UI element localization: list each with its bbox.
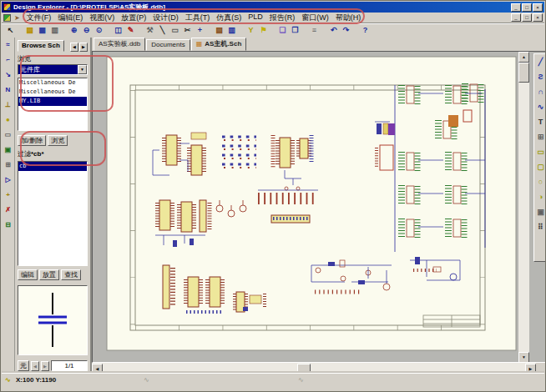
app-icon bbox=[3, 3, 11, 11]
menu-design[interactable]: 设计(D) bbox=[149, 13, 182, 23]
panel-tab-bar: Browse Sch ◀ ▶ bbox=[18, 38, 88, 52]
directive-icon[interactable]: + bbox=[3, 190, 13, 201]
tab-documents[interactable]: Documents bbox=[146, 39, 190, 51]
menu-pld[interactable]: PLD bbox=[245, 13, 266, 23]
document-1-icon[interactable]: ❏ bbox=[276, 25, 289, 37]
component-list: cb bbox=[18, 161, 88, 266]
panel-scroll-left-button[interactable]: ◀ bbox=[70, 43, 78, 52]
renumber-icon[interactable]: ≡ bbox=[308, 25, 321, 37]
unit-button[interactable]: 元 bbox=[18, 360, 29, 371]
draw-text-icon[interactable]: T bbox=[535, 117, 546, 128]
draw-arc-icon[interactable]: ∩ bbox=[535, 87, 546, 98]
wrench-icon[interactable]: ⚒ bbox=[144, 25, 156, 37]
prev-page-button[interactable]: ◀ bbox=[31, 361, 39, 371]
scroll-down-button[interactable]: ▼ bbox=[518, 352, 529, 363]
draw-line-icon[interactable]: ╱ bbox=[535, 57, 546, 68]
next-page-button[interactable]: ▶ bbox=[41, 361, 49, 371]
sheet-entry-icon[interactable]: ⊞ bbox=[3, 160, 13, 171]
undo-icon[interactable]: ↶ bbox=[327, 25, 340, 37]
component-item[interactable]: cb bbox=[18, 162, 87, 171]
tab-as-zhuji-sch[interactable]: ▦AS主机.Sch bbox=[191, 38, 247, 51]
annotate-icon[interactable]: ✎ bbox=[124, 25, 137, 37]
menu-place[interactable]: 放置(P) bbox=[118, 13, 149, 23]
menu-reports[interactable]: 报告(R) bbox=[266, 13, 299, 23]
save-icon[interactable]: ▦ bbox=[36, 25, 48, 37]
dropdown-arrow-icon[interactable]: ▼ bbox=[78, 65, 87, 74]
menu-file[interactable]: 文件(F) bbox=[23, 13, 55, 23]
draw-roundrect-icon[interactable]: ▢ bbox=[535, 162, 546, 173]
doc-minimize-button[interactable]: _ bbox=[511, 13, 521, 22]
browse-mode-dropdown[interactable]: 元件库 ▼ bbox=[18, 64, 88, 75]
library-item[interactable]: Miscellaneous De bbox=[18, 88, 87, 97]
cut-icon[interactable]: ✂ bbox=[181, 25, 194, 37]
panel-scroll-right-button[interactable]: ▶ bbox=[79, 43, 88, 52]
edit-button[interactable]: 编辑 bbox=[18, 269, 38, 280]
library-item[interactable]: MY.LIB bbox=[18, 97, 87, 106]
menu-view[interactable]: 视图(V) bbox=[86, 13, 118, 23]
add-remove-button[interactable]: 加/删除 bbox=[18, 135, 46, 146]
menu-tools[interactable]: 工具(T) bbox=[182, 13, 214, 23]
sheet-symbol-icon[interactable]: ▣ bbox=[3, 145, 13, 156]
port-tool-icon[interactable]: ▷ bbox=[3, 175, 13, 186]
redo-icon[interactable]: ↷ bbox=[340, 25, 352, 37]
tab-as-shiyanban-ddb[interactable]: AS实验板.ddb bbox=[94, 38, 145, 51]
power-port-icon[interactable]: ⊥ bbox=[3, 100, 13, 111]
wire-icon[interactable]: ≈ bbox=[3, 40, 13, 51]
browse-parts-icon[interactable]: ◫ bbox=[112, 25, 124, 37]
filter-value[interactable]: *cb* bbox=[31, 150, 44, 158]
library-2-icon[interactable]: ▥ bbox=[225, 25, 238, 37]
draw-textframe-icon[interactable]: ⊞ bbox=[535, 132, 546, 143]
part-icon[interactable]: ▭ bbox=[3, 130, 13, 141]
vertical-scroll-thumb[interactable] bbox=[518, 63, 529, 83]
app-restore-button[interactable]: □ bbox=[522, 3, 532, 12]
draw-bezier-icon[interactable]: ∿ bbox=[535, 102, 546, 113]
library-1-icon[interactable]: ▤ bbox=[213, 25, 225, 37]
menu-simulate[interactable]: 仿真(S) bbox=[213, 13, 245, 23]
zoom-in-icon[interactable]: ⊕ bbox=[68, 25, 80, 37]
menu-window[interactable]: 窗口(W) bbox=[298, 13, 332, 23]
menu-edit[interactable]: 编辑(E) bbox=[54, 13, 86, 23]
end-tool-icon[interactable]: ⊟ bbox=[3, 220, 13, 231]
open-icon[interactable]: ▤ bbox=[23, 25, 36, 37]
app-close-button[interactable]: × bbox=[533, 3, 543, 12]
main-toolbar: ↖▤▦▥⊕⊖⊙◫✎⚒╲▭✂+▤▥Y⚑❏❐≡↶↷? bbox=[2, 23, 544, 38]
schematic-canvas[interactable]: ▲ ▼ ╱Ƨ∩∿T⊞▭▢○◑▣⠿ bbox=[92, 51, 546, 363]
app-minimize-button[interactable]: _ bbox=[511, 3, 521, 12]
doc-close-button[interactable]: × bbox=[533, 13, 543, 22]
bus-icon[interactable]: ⌐ bbox=[3, 55, 13, 66]
zoom-document-icon[interactable]: ⊙ bbox=[93, 25, 105, 37]
vertical-scrollbar[interactable]: ▲ ▼ bbox=[518, 52, 529, 363]
net-label-icon[interactable]: N bbox=[3, 85, 13, 96]
flag-icon[interactable]: ⚑ bbox=[257, 25, 270, 37]
no-erc-icon[interactable]: ✗ bbox=[3, 205, 13, 216]
crosshair-icon[interactable]: + bbox=[194, 25, 206, 37]
print-icon[interactable]: ▥ bbox=[48, 25, 61, 37]
help-icon[interactable]: ? bbox=[359, 25, 372, 37]
draw-picture-icon[interactable]: ▣ bbox=[535, 207, 546, 219]
draw-polyline-icon[interactable]: Ƨ bbox=[535, 72, 546, 83]
tab-browse-sch[interactable]: Browse Sch bbox=[18, 40, 64, 52]
menu-help[interactable]: 帮助(H) bbox=[332, 13, 365, 23]
rect-tool-icon[interactable]: ▭ bbox=[169, 25, 181, 37]
schematic-sheet[interactable] bbox=[93, 52, 546, 363]
junction-icon[interactable]: ● bbox=[3, 115, 13, 126]
place-button[interactable]: 放置 bbox=[39, 269, 59, 280]
document-2-icon[interactable]: ❐ bbox=[289, 25, 301, 37]
find-button[interactable]: 查找 bbox=[61, 269, 81, 280]
document-area: AS实验板.ddbDocuments▦AS主机.Sch bbox=[92, 38, 544, 374]
zoom-out-icon[interactable]: ⊖ bbox=[80, 25, 93, 37]
draw-rect-icon[interactable]: ▭ bbox=[535, 147, 546, 158]
browse-panel: Browse Sch ◀ ▶ 浏览 元件库 ▼ Miscellaneous De… bbox=[15, 38, 92, 374]
bus-entry-icon[interactable]: ↘ bbox=[3, 70, 13, 81]
browse-button[interactable]: 浏览 bbox=[48, 135, 68, 146]
doc-restore-button[interactable]: □ bbox=[522, 13, 532, 22]
library-item[interactable]: Miscellaneous De bbox=[18, 78, 87, 88]
pointer-icon[interactable]: ↖ bbox=[4, 25, 17, 37]
draw-ellipse-icon[interactable]: ○ bbox=[535, 177, 546, 188]
draw-array-icon[interactable]: ⠿ bbox=[535, 222, 546, 234]
draw-pie-icon[interactable]: ◑ bbox=[535, 192, 546, 204]
status-bar: ∿ X:100 Y:1190 ∿ ∿ bbox=[2, 373, 544, 390]
wire-y-icon[interactable]: Y bbox=[245, 25, 257, 37]
scroll-up-button[interactable]: ▲ bbox=[518, 52, 529, 63]
line-tool-icon[interactable]: ╲ bbox=[156, 25, 169, 37]
